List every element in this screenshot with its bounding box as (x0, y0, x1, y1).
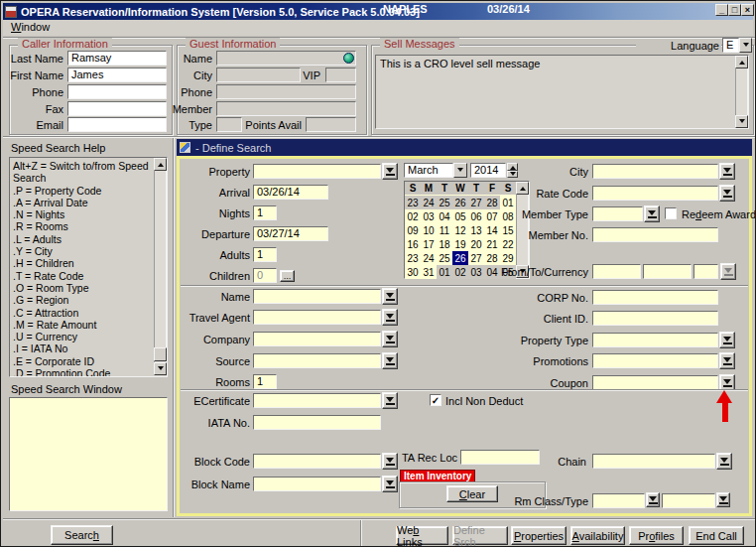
availability-button[interactable]: Availability (570, 526, 625, 545)
calendar-day[interactable]: 25 (437, 251, 452, 265)
close-button[interactable]: × (741, 4, 754, 16)
children-field[interactable]: 0 (253, 268, 277, 283)
ta-rec-loc-field[interactable] (460, 450, 540, 465)
nights-field[interactable]: 1 (253, 205, 277, 220)
calendar-day[interactable]: 23 (405, 196, 421, 209)
search-button[interactable]: Search (51, 525, 113, 545)
chain-field[interactable] (592, 454, 715, 469)
globe-icon[interactable] (343, 53, 354, 64)
help-scroll-up-icon[interactable] (154, 158, 167, 171)
source-field[interactable] (253, 353, 381, 368)
profiles-button[interactable]: Profiles (629, 526, 684, 545)
children-ellipsis-button[interactable]: ... (280, 270, 295, 282)
sell-scroll-down-icon[interactable] (735, 115, 748, 128)
calendar-day[interactable]: 17 (421, 237, 437, 251)
language-dropdown-icon[interactable] (739, 38, 752, 53)
rate-to-field[interactable] (643, 264, 692, 279)
minimize-button[interactable]: _ (715, 4, 728, 16)
property-type-field[interactable] (592, 333, 718, 347)
block-name-field[interactable] (253, 477, 381, 491)
help-scroll-track[interactable] (154, 171, 167, 362)
calendar-day[interactable]: 29 (500, 251, 516, 265)
corp-no-field[interactable] (592, 290, 718, 305)
property-lov-icon[interactable] (382, 163, 398, 180)
menu-window[interactable]: Window (11, 21, 50, 33)
rm-class-lov-icon[interactable] (646, 492, 660, 507)
source-lov-icon[interactable] (382, 352, 398, 369)
calendar-month-dropdown-icon[interactable] (453, 163, 467, 178)
city-field[interactable] (592, 164, 718, 179)
coupon-field[interactable] (592, 375, 718, 390)
calendar-day[interactable]: 27 (468, 251, 484, 265)
company-lov-icon[interactable] (382, 331, 398, 347)
property-type-lov-icon[interactable] (719, 332, 735, 348)
calendar-day[interactable]: 09 (405, 223, 421, 237)
end-call-button[interactable]: End Call (689, 526, 744, 545)
calendar-day[interactable]: 05 (452, 209, 468, 223)
calendar-day-selected[interactable]: 26 (452, 251, 468, 265)
departure-field[interactable]: 03/27/14 (253, 226, 328, 241)
calendar-day[interactable]: 24 (421, 251, 437, 265)
calendar-day[interactable]: 02 (405, 209, 421, 223)
calendar-day[interactable]: 11 (437, 223, 452, 237)
company-field[interactable] (253, 332, 381, 346)
ecertificate-lov-icon[interactable] (382, 392, 398, 409)
rate-from-field[interactable] (592, 264, 641, 279)
calendar-day[interactable]: 25 (437, 196, 452, 209)
calendar-day[interactable]: 18 (437, 237, 452, 251)
adults-field[interactable]: 1 (253, 247, 277, 262)
block-code-field[interactable] (253, 454, 381, 469)
calendar-day[interactable]: 23 (405, 251, 421, 265)
rooms-field[interactable]: 1 (253, 374, 277, 389)
promotions-lov-icon[interactable] (719, 352, 735, 369)
member-type-field[interactable] (592, 206, 643, 221)
rm-type-field[interactable] (662, 493, 715, 508)
help-scroll-thumb[interactable] (154, 347, 167, 361)
maximize-button[interactable]: □ (728, 4, 741, 16)
calendar-month-field[interactable]: March (404, 163, 453, 178)
currency-lov-icon[interactable] (720, 263, 736, 280)
sell-scroll-track[interactable] (735, 68, 748, 115)
currency-field[interactable] (693, 264, 718, 279)
calendar-day[interactable]: 01 (437, 265, 452, 279)
travel-agent-field[interactable] (253, 310, 381, 325)
language-field[interactable]: E (722, 38, 739, 53)
calendar-day[interactable]: 19 (452, 237, 468, 251)
calendar-day[interactable]: 02 (452, 265, 468, 279)
rm-type-lov-icon[interactable] (716, 492, 730, 507)
city-lov-icon[interactable] (719, 163, 735, 180)
speed-search-input[interactable] (9, 397, 168, 511)
block-name-lov-icon[interactable] (382, 476, 398, 492)
member-no-field[interactable] (592, 227, 718, 242)
help-scroll-down-icon[interactable] (154, 362, 167, 375)
rate-code-lov-icon[interactable] (719, 185, 735, 202)
calendar-day[interactable]: 16 (405, 237, 421, 251)
promotions-field[interactable] (592, 353, 718, 368)
calendar-day[interactable]: 31 (421, 265, 437, 279)
rate-code-field[interactable] (592, 186, 718, 201)
properties-button[interactable]: Properties (511, 526, 567, 545)
iata-no-field[interactable] (253, 415, 381, 430)
client-id-field[interactable] (592, 311, 718, 326)
calendar-day[interactable]: 03 (421, 209, 437, 223)
rm-class-field[interactable] (592, 493, 645, 508)
calendar-day[interactable]: 30 (405, 265, 421, 279)
chain-lov-icon[interactable] (716, 453, 732, 470)
incl-non-deduct-checkbox[interactable]: ✓ (430, 394, 441, 406)
sell-scroll-up-icon[interactable] (735, 56, 748, 68)
travel-agent-lov-icon[interactable] (382, 309, 398, 326)
web-links-button[interactable]: Web Links (396, 526, 448, 545)
calendar-day[interactable]: 24 (421, 196, 437, 209)
arrival-field[interactable]: 03/26/14 (253, 185, 328, 200)
calendar-day[interactable]: 12 (452, 223, 468, 237)
name-field[interactable] (253, 289, 381, 304)
calendar-day[interactable]: 28 (484, 251, 500, 265)
ecertificate-field[interactable] (253, 393, 381, 408)
calendar-day[interactable]: 10 (421, 223, 437, 237)
redeem-award-checkbox[interactable] (665, 207, 677, 219)
calendar-day[interactable]: 26 (452, 196, 468, 209)
name-lov-icon[interactable] (382, 288, 398, 305)
calendar-day[interactable]: 04 (437, 209, 452, 223)
property-field[interactable] (253, 164, 381, 179)
member-type-lov-icon[interactable] (644, 205, 660, 222)
